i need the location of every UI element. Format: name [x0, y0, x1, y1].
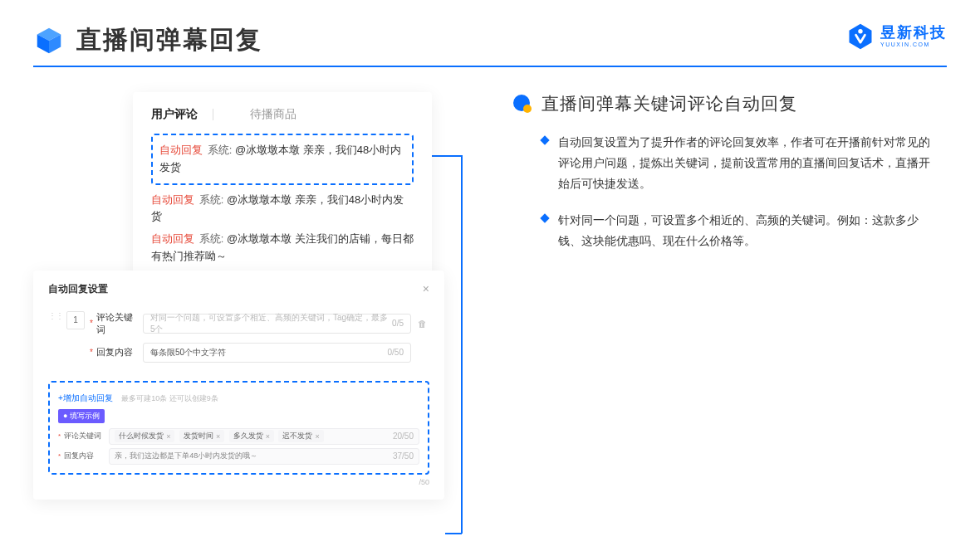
tab-user-comments[interactable]: 用户评论	[151, 107, 198, 122]
logo-cn: 昱新科技	[880, 25, 947, 41]
diamond-bullet-icon	[540, 213, 549, 222]
diamond-bullet-icon	[540, 135, 549, 144]
keyword-label: 评论关键词	[96, 311, 138, 336]
trash-icon[interactable]: 🗑	[418, 319, 429, 329]
hexagon-icon	[845, 22, 875, 51]
example-keyword-input[interactable]: 什么时候发货× 发货时间× 多久发货× 迟不发货× 20/50	[109, 428, 419, 445]
highlighted-reply: 自动回复 系统: @冰墩墩本墩 亲亲，我们48小时内发货	[151, 134, 414, 185]
brand-logo: 昱新科技 YUUXIN.COM	[845, 22, 947, 51]
logo-en: YUUXIN.COM	[880, 41, 947, 48]
content-input[interactable]: 每条限50个中文字符 0/50	[143, 343, 411, 363]
feature-icon	[512, 93, 533, 115]
tab-products[interactable]: 待播商品	[250, 107, 296, 122]
drag-handle-icon[interactable]: ⋮⋮	[48, 311, 63, 320]
svg-marker-3	[850, 24, 872, 50]
auto-reply-settings: 自动回复设置 × ⋮⋮ 1 * 评论关键词 对同一个问题，可设置多个相近、高频的…	[33, 271, 444, 500]
close-icon[interactable]: ×	[423, 282, 429, 295]
keyword-input[interactable]: 对同一个问题，可设置多个相近、高频的关键词，Tag确定，最多5个 0/5	[143, 314, 411, 334]
svg-point-4	[858, 29, 862, 33]
example-content-input[interactable]: 亲，我们这边都是下单48小时内发货的哦～ 37/50	[109, 448, 419, 465]
svg-point-6	[523, 105, 532, 113]
add-auto-reply-link[interactable]: +增加自动回复	[58, 393, 113, 402]
feature-title: 直播间弹幕关键词评论自动回复	[541, 92, 797, 115]
settings-title: 自动回复设置	[48, 282, 108, 296]
page-title: 直播间弹幕回复	[76, 23, 262, 57]
feature-bullet-1: 自动回复设置为了提升作者的评论回复效率，作者可在开播前针对常见的评论用户问题，提…	[558, 132, 930, 195]
example-box: +增加自动回复 最多可建10条 还可以创建9条 ● 填写示例 * 评论关键词 什…	[48, 381, 429, 475]
feature-bullet-2: 针对同一个问题，可设置多个相近的、高频的关键词。例如：这款多少钱、这块能优惠吗、…	[558, 210, 930, 251]
index-box: 1	[66, 311, 85, 329]
example-badge: ● 填写示例	[58, 409, 105, 423]
content-label: 回复内容	[96, 346, 138, 358]
cube-icon	[33, 25, 65, 56]
comment-panel: 用户评论 待播商品 自动回复 系统: @冰墩墩本墩 亲亲，我们48小时内发货 自…	[133, 92, 432, 290]
